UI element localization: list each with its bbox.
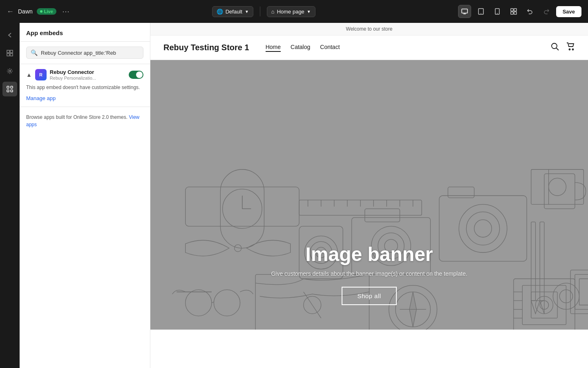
connector-header: ▲ R Rebuy Connector Rebuy Personaliz​ati… (26, 69, 143, 80)
svg-rect-9 (514, 12, 516, 14)
live-dot (40, 10, 42, 13)
search-nav-icon[interactable] (550, 42, 559, 53)
undo-button[interactable] (523, 5, 537, 18)
app-embeds-panel: App embeds 🔍 ▲ R Rebuy Connector Rebuy P… (20, 23, 150, 368)
sidebar-back-icon[interactable] (2, 28, 17, 42)
topbar-center: 🌐 Default ▼ ⌂ Home page ▼ (74, 6, 453, 17)
home-page-icon: ⌂ (271, 9, 275, 15)
svg-point-68 (549, 178, 566, 196)
sidebar-settings-icon[interactable] (2, 64, 17, 78)
svg-rect-7 (514, 9, 516, 11)
live-badge: Live (37, 8, 56, 15)
topbar-divider (260, 7, 260, 16)
store-announcement-bar: Welcome to our store (150, 23, 588, 36)
store-nav: Rebuy Testing Store 1 Home Catalog Conta… (150, 36, 588, 60)
svg-rect-16 (11, 86, 13, 88)
connector-name: Rebuy Connector (50, 69, 125, 75)
chevron-down-icon: ▼ (245, 9, 249, 14)
theme-selector[interactable]: 🌐 Default ▼ (212, 6, 253, 17)
main-layout: App embeds 🔍 ▲ R Rebuy Connector Rebuy P… (0, 23, 588, 368)
connector-item: ▲ R Rebuy Connector Rebuy Personaliz​ati… (20, 64, 150, 107)
svg-line-51 (312, 305, 321, 318)
share-view-button[interactable] (507, 5, 520, 18)
svg-rect-6 (511, 9, 513, 11)
redo-button[interactable] (540, 5, 553, 18)
svg-line-20 (557, 48, 559, 51)
svg-point-21 (569, 49, 570, 50)
svg-rect-62 (448, 187, 474, 198)
search-input[interactable] (41, 50, 139, 56)
svg-rect-15 (7, 86, 9, 88)
tablet-view-button[interactable] (474, 5, 487, 18)
banner-title: Image banner (271, 243, 467, 265)
svg-point-60 (466, 212, 499, 245)
svg-point-61 (474, 220, 492, 237)
store-nav-links: Home Catalog Contact (266, 44, 550, 52)
svg-point-14 (9, 70, 11, 72)
svg-rect-11 (10, 50, 13, 53)
nav-link-catalog[interactable]: Catalog (291, 44, 310, 52)
svg-rect-8 (511, 12, 513, 14)
save-button[interactable]: Save (556, 6, 581, 17)
svg-rect-85 (579, 279, 588, 305)
connector-logo: R (35, 69, 47, 80)
svg-rect-18 (11, 90, 13, 92)
toggle-knob (136, 71, 143, 78)
back-nav-icon[interactable]: ← (7, 7, 14, 16)
search-input-wrap[interactable]: 🔍 (26, 47, 143, 59)
desktop-view-button[interactable] (458, 5, 471, 18)
store-preview: Welcome to our store Rebuy Testing Store… (150, 23, 588, 368)
panel-search: 🔍 (20, 42, 150, 64)
banner-content: Image banner Give customers details abou… (271, 243, 467, 305)
store-banner: Image banner Give customers details abou… (150, 60, 588, 330)
chevron-down-icon: ▼ (307, 9, 311, 14)
svg-rect-63 (531, 222, 536, 301)
search-icon: 🔍 (31, 49, 38, 56)
page-selector[interactable]: ⌂ Home page ▼ (267, 6, 315, 17)
connector-info: Rebuy Connector Rebuy Personaliz​atio... (50, 69, 125, 80)
more-menu-icon[interactable]: ⋯ (62, 7, 69, 16)
banner-subtitle: Give customers details about the banner … (271, 270, 467, 277)
globe-icon: 🌐 (217, 9, 223, 15)
cart-nav-icon[interactable] (566, 42, 575, 53)
announcement-text: Welcome to our store (346, 26, 393, 32)
browse-apps-section: Browse apps built for Online Store 2.0 t… (20, 107, 150, 135)
mobile-view-button[interactable] (491, 5, 504, 18)
manage-app-link[interactable]: Manage app (26, 95, 56, 101)
sidebar-apps-icon[interactable] (2, 82, 17, 96)
sidebar-icons (0, 23, 20, 368)
shop-all-button[interactable]: Shop all (342, 287, 396, 305)
connector-description: This app embed doesn't have customizable… (26, 84, 143, 91)
nav-link-home[interactable]: Home (266, 44, 281, 52)
panel-title: App embeds (20, 23, 150, 42)
svg-rect-0 (462, 9, 467, 13)
topbar-left: ← Dawn Live ⋯ (7, 7, 69, 16)
svg-point-53 (214, 290, 240, 316)
svg-rect-17 (7, 90, 9, 92)
svg-point-52 (186, 290, 212, 316)
svg-point-19 (552, 43, 557, 49)
sidebar-sections-icon[interactable] (2, 46, 17, 60)
preview-area: Welcome to our store Rebuy Testing Store… (150, 23, 588, 368)
svg-rect-12 (7, 54, 9, 56)
svg-rect-64 (540, 222, 544, 301)
store-nav-icons (550, 42, 575, 53)
nav-link-contact[interactable]: Contact (320, 44, 340, 52)
collapse-icon[interactable]: ▲ (26, 71, 32, 78)
store-name-label: Dawn (18, 8, 33, 15)
connector-toggle[interactable] (129, 71, 143, 79)
svg-point-22 (572, 49, 574, 50)
svg-rect-67 (531, 170, 584, 205)
svg-rect-13 (10, 54, 13, 56)
svg-rect-10 (7, 50, 9, 53)
topbar-right: Save (458, 5, 581, 18)
browse-apps-text: Browse apps built for Online Store 2.0 t… (26, 114, 127, 120)
topbar: ← Dawn Live ⋯ 🌐 Default ▼ ⌂ Home page ▼ (0, 0, 588, 23)
store-logo: Rebuy Testing Store 1 (163, 43, 249, 52)
connector-subtitle: Rebuy Personaliz​atio... (50, 76, 125, 80)
